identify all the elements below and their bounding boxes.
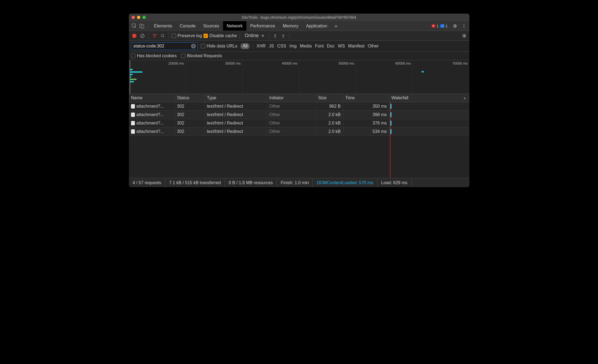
tick-label: 60000 ms (395, 61, 411, 65)
tab-performance[interactable]: Performance (246, 21, 279, 31)
svg-point-8 (161, 34, 164, 37)
cell-type: text/html / Redirect (205, 111, 267, 119)
tick-label: 40000 ms (282, 61, 297, 65)
hide-data-urls-checkbox[interactable]: Hide data URLs (201, 44, 237, 49)
status-transferred: 7.1 kB / 515 kB transferred (165, 178, 225, 187)
col-waterfall[interactable]: Waterfall▲ (389, 94, 469, 102)
type-filters: All XHR JS CSS Img Media Font Doc WS Man… (240, 43, 378, 49)
minimize-window-button[interactable] (137, 16, 140, 19)
col-size[interactable]: Size (316, 94, 343, 102)
blocked-requests-checkbox[interactable]: Blocked Requests (181, 53, 222, 58)
col-status[interactable]: Status (175, 94, 205, 102)
table-row[interactable]: attachment?...302text/html / RedirectOth… (129, 102, 469, 111)
cell-name: attachment?... (129, 102, 175, 110)
hide-data-urls-label: Hide data URLs (207, 44, 237, 49)
throttling-value: Online (245, 33, 259, 39)
cell-waterfall (389, 127, 469, 136)
main-tabbar: Elements Console Sources Network Perform… (129, 21, 469, 31)
col-initiator[interactable]: Initiator (267, 94, 316, 102)
device-toolbar-icon[interactable] (139, 23, 145, 29)
record-button[interactable] (131, 33, 138, 39)
cell-initiator: Other (267, 119, 316, 127)
type-filter-manifest[interactable]: Manifest (348, 44, 364, 49)
svg-point-4 (463, 25, 464, 26)
status-finish: Finish: 1.0 min (277, 178, 313, 187)
info-count: 1 (446, 24, 448, 28)
errors-badge[interactable]: ✕ 1 (431, 24, 439, 28)
col-type[interactable]: Type (205, 94, 267, 102)
type-filter-img[interactable]: Img (290, 44, 297, 49)
svg-point-3 (463, 24, 464, 25)
table-row[interactable]: attachment?...302text/html / RedirectOth… (129, 119, 469, 127)
cell-name: attachment?... (129, 111, 175, 119)
search-icon[interactable] (160, 33, 166, 39)
has-blocked-cookies-checkbox[interactable]: Has blocked cookies (131, 53, 177, 58)
tabs-overflow[interactable]: » (331, 21, 341, 31)
tab-console[interactable]: Console (176, 21, 199, 31)
clear-filter-icon[interactable]: ✕ (191, 44, 196, 49)
cell-size: 2.0 kB (316, 127, 343, 136)
tick-label: 30000 ms (225, 61, 241, 65)
cell-waterfall (389, 111, 469, 119)
close-window-button[interactable] (132, 16, 135, 19)
info-icon: ▭ (440, 24, 444, 28)
status-bar: 4 / 57 requests 7.1 kB / 515 kB transfer… (129, 178, 469, 187)
info-badge[interactable]: ▭ 1 (440, 24, 448, 28)
preserve-log-checkbox[interactable]: Preserve log (172, 33, 202, 38)
table-row[interactable]: attachment?...302text/html / RedirectOth… (129, 127, 469, 136)
type-filter-media[interactable]: Media (300, 44, 312, 49)
type-filter-all[interactable]: All (240, 43, 250, 49)
clear-button[interactable] (139, 33, 146, 39)
cell-size: 2.0 kB (316, 111, 343, 119)
cell-initiator: Other (267, 102, 316, 110)
cell-time: 534 ms (343, 127, 389, 136)
filter-input[interactable] (131, 42, 198, 50)
tab-sources[interactable]: Sources (199, 21, 223, 31)
more-menu-icon[interactable] (461, 23, 467, 29)
traffic-lights (132, 16, 146, 19)
type-filter-ws[interactable]: WS (338, 44, 345, 49)
network-settings-icon[interactable] (461, 33, 467, 39)
tab-elements[interactable]: Elements (150, 21, 176, 31)
cell-waterfall (389, 119, 469, 127)
network-table: Name Status Type Initiator Size Time Wat… (129, 94, 469, 178)
tab-application[interactable]: Application (302, 21, 331, 31)
type-filter-other[interactable]: Other (368, 44, 379, 49)
file-icon (131, 121, 135, 125)
type-filter-js[interactable]: JS (269, 44, 274, 49)
overview-timeline[interactable]: 10000 ms 20000 ms 30000 ms 40000 ms 5000… (129, 60, 469, 94)
select-element-icon[interactable] (132, 23, 137, 29)
cell-status: 302 (175, 111, 205, 119)
disable-cache-checkbox[interactable]: Disable cache (203, 33, 237, 38)
cell-initiator: Other (267, 127, 316, 136)
cell-time: 398 ms (343, 111, 389, 119)
devtools-window: DevTools - bugs.chromium.org/p/chromium/… (129, 14, 469, 187)
cell-time: 350 ms (343, 102, 389, 110)
type-filter-xhr[interactable]: XHR (256, 44, 266, 49)
has-blocked-cookies-label: Has blocked cookies (137, 53, 177, 58)
tab-network[interactable]: Network (223, 21, 247, 31)
type-filter-font[interactable]: Font (315, 44, 324, 49)
table-row[interactable]: attachment?...302text/html / RedirectOth… (129, 111, 469, 119)
filter-icon[interactable] (151, 33, 158, 39)
status-requests: 4 / 57 requests (129, 178, 166, 187)
status-load: Load: 629 ms (377, 178, 412, 187)
col-time[interactable]: Time (343, 94, 389, 102)
cell-initiator: Other (267, 111, 316, 119)
status-domcontentloaded: DOMContentLoaded: 570 ms (313, 178, 377, 187)
table-header: Name Status Type Initiator Size Time Wat… (129, 94, 469, 102)
preserve-log-label: Preserve log (178, 33, 202, 38)
tab-memory[interactable]: Memory (279, 21, 302, 31)
cell-size: 962 B (316, 102, 343, 110)
settings-gear-icon[interactable] (452, 23, 457, 29)
upload-har-icon[interactable] (272, 33, 278, 39)
maximize-window-button[interactable] (142, 16, 146, 19)
download-har-icon[interactable] (280, 33, 287, 39)
svg-rect-10 (274, 37, 276, 37)
col-name[interactable]: Name (129, 94, 175, 102)
svg-line-7 (141, 34, 144, 37)
type-filter-css[interactable]: CSS (277, 44, 286, 49)
type-filter-doc[interactable]: Doc (327, 44, 335, 49)
overview-bars (130, 69, 142, 82)
throttling-select[interactable]: Online ▾ (243, 33, 266, 39)
